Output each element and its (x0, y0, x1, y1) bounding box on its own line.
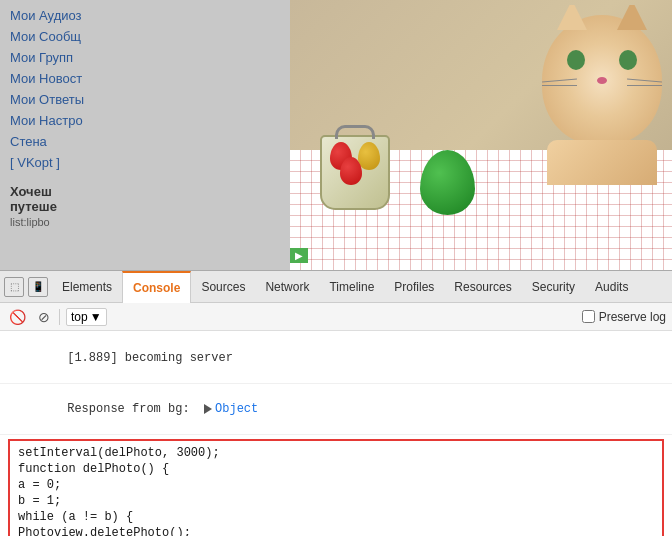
code-block: setInterval(delPhoto, 3000); function de… (8, 439, 664, 536)
sidebar-item-7[interactable]: Стена (10, 131, 280, 152)
preserve-log-label: Preserve log (582, 310, 666, 324)
tab-console[interactable]: Console (122, 271, 191, 303)
object-expand-icon[interactable] (204, 404, 212, 414)
sidebar-item-8[interactable]: [ VKopt ] (10, 152, 280, 173)
tab-profiles[interactable]: Profiles (384, 271, 444, 303)
tab-timeline[interactable]: Timeline (319, 271, 384, 303)
tab-audits[interactable]: Audits (585, 271, 638, 303)
sidebar-item-6[interactable]: Мои Настро (10, 110, 280, 131)
filter-value: top (71, 310, 88, 324)
preserve-log-text: Preserve log (599, 310, 666, 324)
image-area: ▶ (290, 0, 672, 270)
sidebar-item-4[interactable]: Мои Новост (10, 68, 280, 89)
tab-elements[interactable]: Elements (52, 271, 122, 303)
code-line-6: Photoview.deletePhoto(); (18, 525, 654, 536)
code-line-2: function delPhoto() { (18, 461, 654, 477)
sidebar-item-5[interactable]: Мои Ответы (10, 89, 280, 110)
filter-icon[interactable]: ⊘ (35, 309, 53, 325)
tab-sources[interactable]: Sources (191, 271, 255, 303)
photo: ▶ (290, 0, 672, 270)
device-icon[interactable]: 📱 (28, 277, 48, 297)
sidebar: Мои Аудиоз Мои Сообщ Мои Групп Мои Новос… (0, 0, 290, 270)
toolbar-separator (59, 309, 60, 325)
tab-security[interactable]: Security (522, 271, 585, 303)
console-line-2: Response from bg: Object (0, 384, 672, 435)
green-badge: ▶ (290, 248, 308, 263)
sidebar-item-9[interactable]: Хочешпутеше list:lipbo (10, 181, 280, 232)
filter-dropdown[interactable]: top ▼ (66, 308, 107, 326)
object-link[interactable]: Object (215, 402, 258, 416)
bucket (320, 135, 390, 210)
tab-resources[interactable]: Resources (444, 271, 521, 303)
chevron-down-icon: ▼ (90, 310, 102, 324)
tab-network[interactable]: Network (255, 271, 319, 303)
console-line-1-text: [1.889] becoming server (67, 351, 233, 365)
code-block-wrapper: > setInterval(delPhoto, 3000); function … (0, 439, 672, 536)
inspect-icon[interactable]: ⬚ (4, 277, 24, 297)
cat (537, 5, 667, 185)
devtools-tabs: ⬚ 📱 Elements Console Sources Network Tim… (0, 271, 672, 303)
devtools-panel: ⬚ 📱 Elements Console Sources Network Tim… (0, 270, 672, 536)
top-content-area: Мои Аудиоз Мои Сообщ Мои Групп Мои Новос… (0, 0, 672, 270)
clear-console-button[interactable]: 🚫 (6, 309, 29, 325)
code-line-4: b = 1; (18, 493, 654, 509)
sidebar-item-1[interactable]: Мои Аудиоз (10, 5, 280, 26)
code-line-1: setInterval(delPhoto, 3000); (18, 445, 654, 461)
code-line-5: while (a != b) { (18, 509, 654, 525)
tab-icons: ⬚ 📱 (4, 277, 48, 297)
sidebar-item-2[interactable]: Мои Сообщ (10, 26, 280, 47)
console-line-1: [1.889] becoming server (0, 333, 672, 384)
console-toolbar: 🚫 ⊘ top ▼ Preserve log (0, 303, 672, 331)
preserve-log-checkbox[interactable] (582, 310, 595, 323)
sidebar-item-3[interactable]: Мои Групп (10, 47, 280, 68)
console-content: [1.889] becoming server Response from bg… (0, 331, 672, 536)
code-line-3: a = 0; (18, 477, 654, 493)
